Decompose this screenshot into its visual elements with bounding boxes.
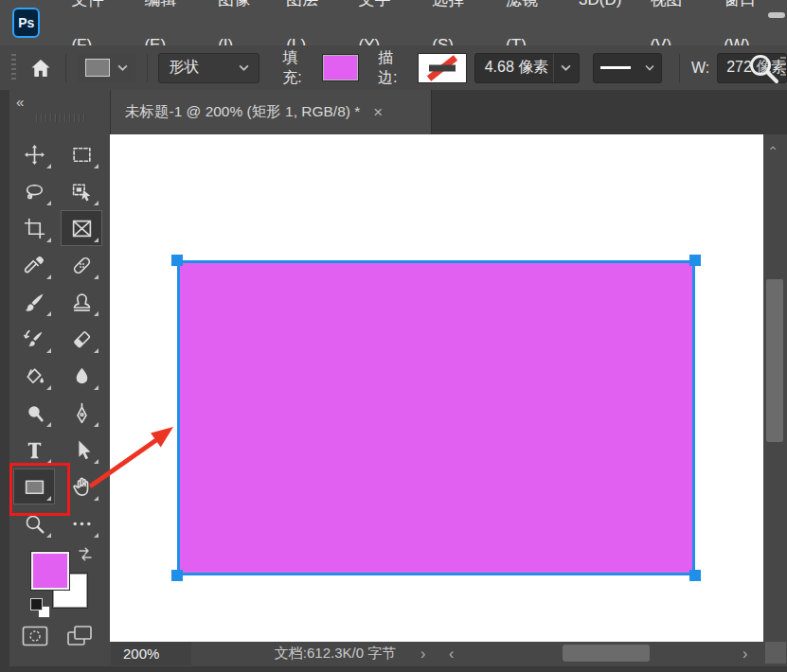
menu-bar: Ps 文件(F) 编辑(E) 图像(I) 图层(L) 文字(Y) 选择(S) 滤… bbox=[0, 0, 787, 46]
stroke-color-swatch[interactable] bbox=[419, 54, 466, 82]
screen-mode-icon[interactable] bbox=[66, 624, 95, 648]
document-tab[interactable]: 未标题-1 @ 200% (矩形 1, RGB/8) * × bbox=[110, 90, 432, 134]
document-title: 未标题-1 @ 200% (矩形 1, RGB/8) * bbox=[125, 102, 360, 122]
rectangle-tool[interactable] bbox=[13, 469, 55, 504]
tools-panel: « bbox=[9, 90, 111, 666]
clone-stamp-tool[interactable] bbox=[61, 284, 102, 320]
stroke-style-select[interactable] bbox=[593, 53, 662, 83]
chevron-down-icon bbox=[239, 64, 249, 71]
healing-brush-tool[interactable] bbox=[61, 247, 102, 283]
window-bottom-edge bbox=[0, 666, 787, 672]
crop-tool[interactable] bbox=[13, 210, 55, 246]
eyedropper-tool[interactable] bbox=[13, 247, 55, 283]
more-tools[interactable] bbox=[61, 505, 102, 541]
history-brush-tool[interactable] bbox=[13, 321, 55, 357]
status-bar: 200% 文档:612.3K/0 字节 › ‹ › bbox=[110, 642, 787, 666]
brush-tool[interactable] bbox=[13, 284, 55, 320]
frame-tool[interactable] bbox=[61, 210, 102, 246]
chevron-down-icon bbox=[645, 64, 654, 71]
pen-tool[interactable] bbox=[61, 395, 102, 431]
stroke-width-field[interactable]: 4.68 像素 bbox=[474, 53, 580, 83]
zoom-level-field[interactable]: 200% bbox=[111, 642, 191, 665]
zoom-tool[interactable] bbox=[13, 505, 55, 541]
marquee-tool[interactable] bbox=[61, 136, 102, 172]
path-selection-tool[interactable] bbox=[61, 432, 102, 468]
photoshop-window: Ps 文件(F) 编辑(E) 图像(I) 图层(L) 文字(Y) 选择(S) 滤… bbox=[0, 0, 787, 672]
handle-bottom-left[interactable] bbox=[171, 570, 183, 581]
chevron-down-icon[interactable] bbox=[553, 54, 579, 82]
vertical-scroll-thumb[interactable] bbox=[766, 279, 783, 442]
tool-mode-select[interactable]: 形状 bbox=[158, 53, 259, 83]
scrollbar-corner bbox=[765, 642, 786, 663]
fill-label: 填充: bbox=[282, 48, 314, 88]
handle-top-right[interactable] bbox=[689, 255, 701, 266]
vertical-scrollbar[interactable]: › bbox=[763, 134, 787, 642]
stroke-label: 描边: bbox=[378, 48, 410, 88]
object-selection-tool[interactable] bbox=[61, 173, 102, 209]
solid-line-icon bbox=[600, 66, 631, 69]
handle-bottom-right[interactable] bbox=[689, 570, 701, 581]
close-tab-icon[interactable]: × bbox=[373, 103, 383, 122]
home-button[interactable] bbox=[28, 54, 55, 82]
options-bar: 形状 填充: 描边: 4.68 像素 W bbox=[0, 45, 787, 92]
window-control-dash[interactable] bbox=[768, 12, 785, 18]
magenta-rectangle-shape[interactable] bbox=[177, 260, 695, 575]
dodge-tool[interactable] bbox=[13, 395, 55, 431]
blur-tool[interactable] bbox=[61, 358, 102, 394]
swap-colors-icon[interactable] bbox=[76, 546, 95, 563]
move-tool[interactable] bbox=[13, 136, 55, 172]
photoshop-logo-icon: Ps bbox=[12, 8, 40, 38]
chevron-down-icon bbox=[117, 64, 128, 71]
left-edge-gutter bbox=[0, 90, 9, 666]
collapse-panel-button[interactable]: « bbox=[16, 94, 23, 110]
quick-mask-icon[interactable] bbox=[22, 626, 48, 646]
scroll-left-icon[interactable]: ‹ bbox=[449, 642, 454, 665]
width-label: W: bbox=[691, 60, 709, 77]
home-icon bbox=[29, 57, 52, 80]
fill-color-swatch[interactable] bbox=[323, 55, 358, 80]
handle-top-left[interactable] bbox=[171, 255, 183, 266]
status-expand-icon[interactable]: › bbox=[420, 642, 425, 665]
tool-preset-picker[interactable] bbox=[78, 54, 135, 82]
hand-tool[interactable] bbox=[61, 469, 102, 504]
scroll-right-icon[interactable]: › bbox=[742, 642, 747, 665]
panel-grip[interactable] bbox=[36, 114, 85, 122]
document-size-info: 文档:612.3K/0 字节 bbox=[231, 642, 439, 665]
horizontal-scroll-thumb[interactable] bbox=[563, 645, 650, 662]
document-canvas[interactable] bbox=[110, 134, 763, 642]
scroll-up-icon[interactable]: › bbox=[763, 146, 779, 150]
default-colors-icon[interactable] bbox=[30, 598, 53, 619]
eraser-tool[interactable] bbox=[61, 321, 102, 357]
type-tool[interactable] bbox=[13, 432, 55, 468]
gradient-tool[interactable] bbox=[13, 358, 55, 394]
rectangle-preset-icon bbox=[85, 59, 110, 77]
zoom-cursor-icon bbox=[747, 52, 781, 86]
options-grip[interactable] bbox=[11, 54, 16, 82]
foreground-color-swatch[interactable] bbox=[31, 552, 69, 590]
document-tab-bar: 未标题-1 @ 200% (矩形 1, RGB/8) * × bbox=[110, 90, 787, 134]
lasso-tool[interactable] bbox=[13, 173, 55, 209]
